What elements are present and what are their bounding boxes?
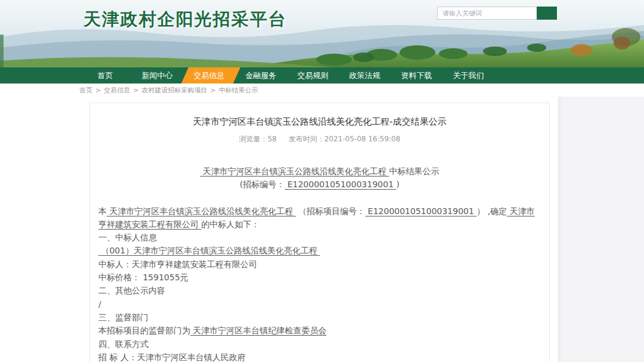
nav-item-交易信息[interactable]: 交易信息: [183, 67, 235, 83]
nav-item-政策法规[interactable]: 政策法规: [339, 67, 391, 83]
views-count: 58: [268, 135, 277, 143]
nav-item-label: 新闻中心: [142, 71, 173, 80]
text: (招标编号：: [240, 180, 284, 189]
article-line: /: [98, 298, 541, 311]
article-panel: 天津市宁河区丰台镇滨玉公路线沿线美化亮化工程-成交结果公示 浏览量：58发布时间…: [89, 103, 550, 362]
text: ): [396, 180, 399, 189]
article-line: 天津市宁河区丰台镇滨玉公路线沿线美化亮化工程 中标结果公示: [98, 165, 541, 178]
nav-item-label: 资料下载: [401, 71, 432, 80]
text: 中标结果公示: [389, 166, 439, 176]
text: 招 标 人：天津市宁河区丰台镇人民政府: [98, 352, 246, 362]
nav-item-资料下载[interactable]: 资料下载: [391, 67, 442, 83]
text: 本招标项目的监督部门为: [98, 326, 190, 335]
article-line: 中标价格： 1591055元: [98, 271, 541, 284]
article-line: 二、其他公示内容: [98, 284, 541, 297]
header-banner: 天津政村企阳光招采平台: [0, 0, 644, 67]
text: 四、联系方式: [98, 339, 148, 349]
text: /: [98, 299, 101, 309]
nav-item-金融服务[interactable]: 金融服务: [235, 67, 287, 83]
nav-item-label: 交易规则: [298, 71, 329, 80]
text: 的中标人如下：: [201, 219, 259, 229]
text: 中标价格： 1591055元: [98, 273, 188, 282]
article-line: 一、中标人信息: [98, 231, 541, 244]
nav-item-label: 政策法规: [349, 71, 380, 80]
underlined-text: E1200001051000319001: [365, 206, 476, 216]
article-body: 天津市宁河区丰台镇滨玉公路线沿线美化亮化工程 中标结果公示(招标编号： E120…: [98, 165, 541, 362]
article-line: 本 天津市宁河区丰台镇滨玉公路线沿线美化亮化工程 （招标项目编号： E12000…: [98, 205, 541, 231]
breadcrumb-item[interactable]: 农村建设招标采购项目: [141, 86, 207, 95]
publish-time: 2021-05-08 16:59:08: [324, 135, 400, 143]
site-title: 天津政村企阳光招采平台: [83, 8, 287, 32]
nav-item-label: 交易信息: [194, 71, 225, 80]
nav-item-新闻中心[interactable]: 新闻中心: [131, 67, 183, 83]
breadcrumb-separator: >: [133, 86, 138, 94]
views-label: 浏览量：: [239, 135, 268, 143]
article-line: 招 标 人：天津市宁河区丰台镇人民政府: [98, 351, 541, 362]
article-line: 三、监督部门: [98, 311, 541, 324]
publish-time-label: 发布时间：: [289, 135, 324, 143]
article-line: 四、联系方式: [98, 338, 541, 351]
article-line: （001）天津市宁河区丰台镇滨玉公路线沿线美化亮化工程: [98, 244, 541, 257]
nav-item-label: 关于我们: [453, 71, 484, 80]
nav-item-label: 金融服务: [246, 71, 277, 80]
right-gray-background: [558, 97, 644, 362]
main-area: 天津市宁河区丰台镇滨玉公路线沿线美化亮化工程-成交结果公示 浏览量：58发布时间…: [0, 97, 644, 362]
breadcrumb-separator: >: [210, 86, 215, 94]
underlined-text: （001）天津市宁河区丰台镇滨玉公路线沿线美化亮化工程: [98, 246, 320, 255]
text: （招标项目编号：: [296, 206, 365, 216]
breadcrumb-item: 中标结果公示: [219, 86, 258, 95]
search-button[interactable]: [537, 7, 557, 20]
nav-item-label: 首页: [98, 71, 113, 80]
underlined-text: 天津市宁河区丰台镇滨玉公路线沿线美化亮化工程: [107, 206, 296, 216]
text: 一、中标人信息: [98, 233, 157, 242]
text: 二、其他公示内容: [98, 286, 165, 295]
text: 中标人：天津市亨祥建筑安装工程有限公司: [98, 259, 257, 269]
article-line: 本招标项目的监督部门为 天津市宁河区丰台镇纪律检查委员会: [98, 324, 541, 337]
nav-item-关于我们[interactable]: 关于我们: [442, 67, 494, 83]
underlined-text: E1200001051000319001: [285, 180, 397, 189]
article-meta: 浏览量：58发布时间：2021-05-08 16:59:08: [98, 134, 541, 144]
main-nav: 首页新闻中心交易信息金融服务交易规则政策法规资料下载关于我们: [0, 67, 644, 83]
nav-item-交易规则[interactable]: 交易规则: [287, 67, 339, 83]
blank-line: [98, 191, 541, 205]
text: 本: [98, 206, 107, 216]
article-line: 中标人：天津市亨祥建筑安装工程有限公司: [98, 258, 541, 271]
search-icon: [437, 7, 644, 67]
breadcrumb-item[interactable]: 首页: [79, 86, 92, 95]
search-bar: [437, 7, 557, 20]
breadcrumb-item[interactable]: 交易信息: [104, 86, 130, 95]
underlined-text: 天津市宁河区丰台镇纪律检查委员会: [190, 326, 326, 335]
article-title: 天津市宁河区丰台镇滨玉公路线沿线美化亮化工程-成交结果公示: [98, 115, 541, 128]
nav-item-首页[interactable]: 首页: [79, 67, 131, 83]
text: ） ,确定: [476, 206, 507, 216]
underlined-text: 天津市宁河区丰台镇滨玉公路线沿线美化亮化工程: [200, 166, 389, 176]
breadcrumb-separator: >: [95, 86, 101, 94]
text: 三、监督部门: [98, 313, 148, 322]
breadcrumb: 首页>交易信息>农村建设招标采购项目>中标结果公示: [0, 83, 644, 97]
article-line: (招标编号： E1200001051000319001 ): [98, 178, 541, 191]
